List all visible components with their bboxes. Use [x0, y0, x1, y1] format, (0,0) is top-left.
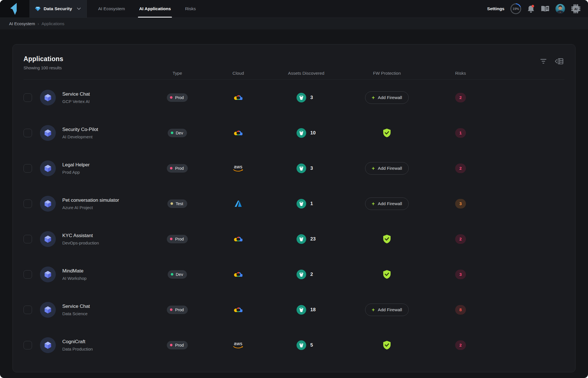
- add-firewall-button[interactable]: + Add Firewall: [365, 304, 409, 316]
- tab-ai-applications[interactable]: AI Applications: [139, 0, 171, 18]
- tab-ai-ecosystem[interactable]: AI Ecosystem: [98, 0, 125, 18]
- row-checkbox[interactable]: [24, 306, 32, 314]
- app-name[interactable]: KYC Assistant: [62, 233, 99, 239]
- bucket-icon: [297, 340, 306, 350]
- filter-icon[interactable]: [540, 59, 547, 64]
- type-badge: Prod: [167, 306, 188, 314]
- row-checkbox[interactable]: [24, 341, 32, 349]
- row-checkbox[interactable]: [24, 270, 32, 279]
- assets-count: 1: [310, 201, 316, 207]
- column-header-risks[interactable]: Risks: [428, 71, 493, 76]
- user-avatar[interactable]: [555, 4, 565, 14]
- risk-count-badge[interactable]: 2: [455, 234, 466, 244]
- notifications-bell-icon[interactable]: [527, 5, 535, 13]
- breadcrumb: AI Ecosystem › Applications: [0, 18, 588, 29]
- chevron-down-icon: [77, 8, 81, 10]
- topbar: Data Security AI Ecosystem AI Applicatio…: [0, 0, 588, 18]
- tab-risks[interactable]: Risks: [185, 0, 196, 18]
- risk-count-badge[interactable]: 2: [455, 93, 466, 102]
- plus-icon: +: [372, 201, 375, 206]
- brand-logo-icon[interactable]: [0, 0, 30, 18]
- table-row: CogniCraft Data Production Prod aws: [24, 327, 564, 363]
- bucket-icon: [297, 164, 306, 173]
- app-name[interactable]: Pet conversation simulator: [62, 197, 119, 203]
- table-header: Type Cloud Assets Discovered FW Protecti…: [24, 71, 564, 80]
- app-cube-icon: [40, 302, 56, 318]
- type-label: Test: [176, 201, 183, 206]
- app-name[interactable]: Service Chat: [62, 91, 90, 97]
- bucket-icon: [297, 270, 306, 279]
- applications-card: Applications Showing 100 results: [12, 44, 576, 372]
- shield-check-icon: [383, 270, 391, 279]
- app-name[interactable]: CogniCraft: [62, 339, 93, 345]
- column-header-cloud[interactable]: Cloud: [210, 71, 267, 76]
- type-badge: Dev: [168, 270, 187, 279]
- column-header-fw-protection[interactable]: FW Protection: [346, 71, 428, 76]
- bucket-icon: [297, 128, 306, 138]
- row-checkbox[interactable]: [24, 235, 32, 243]
- aws-cloud-icon: aws: [233, 165, 243, 172]
- app-cube-icon: [40, 196, 56, 212]
- gcp-cloud-icon: [234, 271, 242, 278]
- module-selector[interactable]: Data Security: [30, 0, 87, 18]
- page-title: Applications: [24, 55, 63, 63]
- app-name[interactable]: Service Chat: [62, 304, 90, 309]
- type-dot-icon: [170, 344, 172, 346]
- table-row: Service Chat Data Science Prod: [24, 292, 564, 327]
- type-badge: Prod: [167, 341, 188, 349]
- card-tools: [540, 58, 563, 65]
- type-dot-icon: [170, 308, 172, 311]
- add-firewall-button[interactable]: + Add Firewall: [365, 162, 409, 175]
- risk-count-badge[interactable]: 2: [455, 164, 466, 173]
- card-header: Applications Showing 100 results: [24, 44, 564, 70]
- assets-count: 3: [310, 95, 316, 100]
- risk-count-badge[interactable]: 1: [455, 128, 466, 138]
- app-description: AI Workshop: [62, 276, 87, 281]
- row-checkbox[interactable]: [24, 164, 32, 173]
- topbar-right: Settings 19%: [487, 0, 588, 18]
- app-name[interactable]: MindMate: [62, 268, 87, 274]
- assets-count: 18: [310, 307, 316, 313]
- bucket-icon: [297, 234, 306, 244]
- diamond-icon: [35, 6, 41, 12]
- settings-link[interactable]: Settings: [487, 6, 504, 11]
- risk-count-badge[interactable]: 3: [455, 199, 466, 209]
- type-dot-icon: [171, 273, 173, 276]
- row-checkbox[interactable]: [24, 129, 32, 137]
- risk-count-badge[interactable]: 8: [455, 305, 466, 315]
- risk-count-badge[interactable]: 3: [455, 270, 466, 279]
- add-firewall-button[interactable]: + Add Firewall: [365, 91, 409, 104]
- type-badge: Test: [167, 199, 187, 208]
- table-body: Service Chat GCP Vertex AI Prod: [24, 80, 564, 363]
- docs-book-icon[interactable]: [541, 5, 549, 13]
- type-badge: Prod: [167, 235, 188, 243]
- usage-progress-ring[interactable]: 19%: [510, 3, 521, 14]
- column-header-assets-discovered[interactable]: Assets Discovered: [267, 71, 346, 76]
- breadcrumb-ai-ecosystem[interactable]: AI Ecosystem: [9, 21, 35, 26]
- risk-count-badge[interactable]: 2: [455, 340, 466, 350]
- type-label: Prod: [175, 237, 184, 241]
- shield-check-icon: [383, 340, 391, 350]
- collapse-table-icon[interactable]: [555, 58, 563, 65]
- azure-cloud-icon: [235, 200, 242, 207]
- type-dot-icon: [170, 96, 172, 99]
- add-firewall-button[interactable]: + Add Firewall: [365, 197, 409, 210]
- type-badge: Prod: [167, 164, 188, 173]
- app-name[interactable]: Legal Helper: [62, 162, 90, 168]
- type-label: Prod: [175, 166, 184, 171]
- row-checkbox[interactable]: [24, 93, 32, 102]
- table-row: KYC Assistant DevOps-production Prod: [24, 221, 564, 257]
- module-label: Data Security: [44, 6, 72, 11]
- type-dot-icon: [170, 238, 172, 240]
- column-header-type[interactable]: Type: [145, 71, 210, 76]
- app-name[interactable]: Security Co-Pilot: [62, 127, 98, 132]
- app-description: DevOps-production: [62, 240, 99, 245]
- app-cube-icon: [40, 337, 56, 353]
- app-window: Data Security AI Ecosystem AI Applicatio…: [0, 0, 588, 378]
- ai-chip-icon[interactable]: AI: [571, 4, 581, 14]
- table-row: Pet conversation simulator Azure AI Proj…: [24, 186, 564, 221]
- gcp-cloud-icon: [234, 306, 242, 313]
- type-dot-icon: [171, 202, 173, 205]
- type-label: Prod: [175, 343, 184, 347]
- row-checkbox[interactable]: [24, 199, 32, 208]
